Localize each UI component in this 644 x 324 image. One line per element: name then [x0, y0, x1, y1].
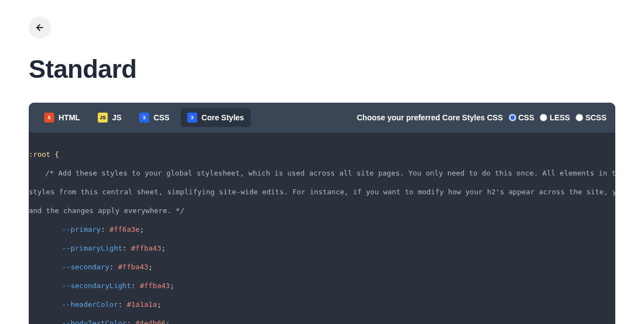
tab-html[interactable]: 5 HTML	[38, 108, 87, 127]
format-option-css[interactable]: CSS	[509, 113, 535, 122]
format-option-label: LESS	[550, 113, 570, 122]
format-option-less[interactable]: LESS	[540, 113, 570, 122]
format-option-label: SCSS	[585, 113, 606, 122]
format-option-label: CSS	[519, 113, 535, 122]
format-picker: Choose your preferred Core Styles CSS CS…	[357, 113, 606, 122]
back-button[interactable]	[29, 17, 51, 39]
format-picker-label: Choose your preferred Core Styles CSS	[357, 113, 503, 122]
code-var: --headerColor	[62, 300, 118, 309]
css3-icon: 3	[187, 113, 197, 123]
code-comment: /* Add these styles to your global style…	[45, 169, 615, 177]
format-option-scss[interactable]: SCSS	[576, 113, 606, 122]
radio-scss[interactable]	[576, 114, 583, 121]
tab-label: CSS	[154, 113, 170, 122]
css3-icon: 3	[139, 113, 149, 123]
code-token: :root {	[29, 150, 59, 158]
page-title: Standard	[29, 54, 615, 84]
html5-icon: 5	[44, 113, 54, 123]
code-comment: and the changes apply everywhere. */	[29, 206, 184, 215]
code-value: #ff6a3e	[109, 225, 140, 233]
js-icon: JS	[98, 113, 108, 123]
code-value: #4e4b66	[135, 319, 166, 324]
tab-label: JS	[112, 113, 122, 122]
arrow-left-icon	[35, 23, 45, 33]
code-value: #ffba43	[118, 263, 149, 271]
tab-label: Core Styles	[202, 113, 244, 122]
tab-core-styles[interactable]: 3 Core Styles	[181, 108, 251, 127]
panel-header: 5 HTML JS JS 3 CSS 3 Core Styles Choos	[29, 103, 615, 132]
code-value: #ffba43	[131, 244, 161, 252]
code-panel: 5 HTML JS JS 3 CSS 3 Core Styles Choos	[29, 103, 615, 324]
tab-css[interactable]: 3 CSS	[133, 108, 176, 127]
code-value: #1a1a1a	[126, 300, 157, 309]
code-var: --primaryLight	[62, 244, 123, 252]
code-var: --bodyTextColor	[62, 319, 126, 324]
code-var: --secondaryLight	[62, 281, 131, 290]
code-value: #ffba43	[140, 281, 170, 290]
tab-js[interactable]: JS JS	[91, 108, 128, 127]
code-editor[interactable]: :root { /* Add these styles to your glob…	[29, 132, 615, 324]
code-var: --primary	[62, 225, 101, 233]
tab-label: HTML	[59, 113, 80, 122]
code-comment: styles from this central sheet, simplify…	[29, 188, 615, 196]
code-var: --secondary	[62, 263, 109, 271]
radio-less[interactable]	[540, 114, 547, 121]
tab-bar: 5 HTML JS JS 3 CSS 3 Core Styles	[38, 108, 251, 127]
radio-css[interactable]	[509, 114, 516, 121]
